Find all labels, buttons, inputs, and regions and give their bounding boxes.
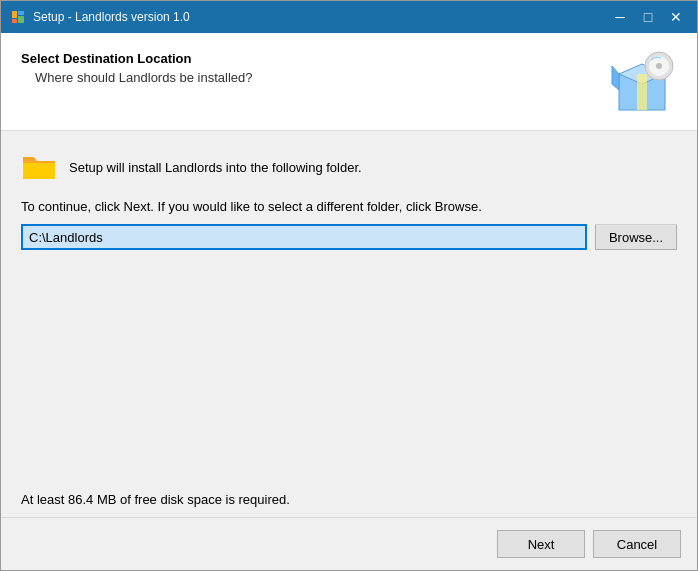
package-icon — [607, 46, 677, 116]
folder-icon — [21, 151, 57, 183]
main-section: Setup will install Landlords into the fo… — [1, 131, 697, 517]
setup-window: Setup - Landlords version 1.0 ─ □ ✕ Sele… — [0, 0, 698, 571]
maximize-button[interactable]: □ — [635, 7, 661, 27]
header-text: Select Destination Location Where should… — [21, 51, 253, 85]
window-title: Setup - Landlords version 1.0 — [33, 10, 607, 24]
setup-desc-row: Setup will install Landlords into the fo… — [21, 151, 677, 183]
close-button[interactable]: ✕ — [663, 7, 689, 27]
section-subtitle: Where should Landlords be installed? — [35, 70, 253, 85]
browse-button[interactable]: Browse... — [595, 224, 677, 250]
destination-path-input[interactable] — [21, 224, 587, 250]
continue-instruction: To continue, click Next. If you would li… — [21, 199, 677, 214]
svg-rect-3 — [18, 16, 24, 23]
svg-rect-11 — [23, 163, 55, 179]
minimize-button[interactable]: ─ — [607, 7, 633, 27]
disk-space-requirement: At least 86.4 MB of free disk space is r… — [21, 482, 677, 507]
window-controls: ─ □ ✕ — [607, 7, 689, 27]
title-bar: Setup - Landlords version 1.0 ─ □ ✕ — [1, 1, 697, 33]
next-button[interactable]: Next — [497, 530, 585, 558]
svg-rect-1 — [12, 19, 17, 23]
section-title: Select Destination Location — [21, 51, 253, 66]
window-icon — [9, 8, 27, 26]
path-row: Browse... — [21, 224, 677, 250]
cancel-button[interactable]: Cancel — [593, 530, 681, 558]
svg-rect-0 — [12, 11, 17, 18]
setup-description: Setup will install Landlords into the fo… — [69, 160, 362, 175]
svg-marker-6 — [612, 66, 619, 90]
footer-section: Next Cancel — [1, 517, 697, 570]
header-section: Select Destination Location Where should… — [1, 33, 697, 131]
svg-point-10 — [656, 63, 662, 69]
svg-rect-2 — [18, 11, 24, 15]
svg-rect-7 — [637, 74, 647, 110]
